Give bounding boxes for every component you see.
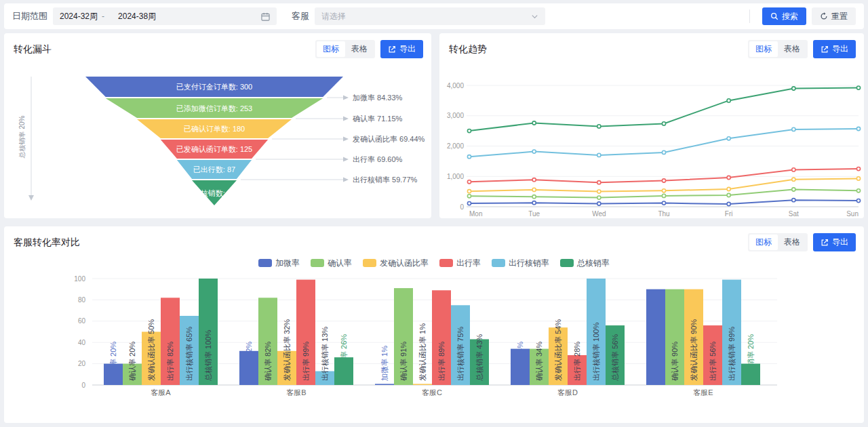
bar-value-label: 加微率 1% — [380, 346, 389, 381]
funnel-stage-label: 已发确认函订单数: 125 — [176, 145, 252, 153]
legend-swatch — [363, 259, 376, 267]
legend-swatch — [439, 259, 453, 267]
trend-data-point — [467, 202, 471, 205]
export-icon — [388, 45, 396, 54]
compare-view-toggle: 图标 表格 — [748, 233, 808, 251]
trend-view-toggle: 图标 表格 — [748, 40, 808, 58]
compare-toggle-chart[interactable]: 图标 — [749, 235, 778, 250]
bar-value-label: 确认率 34% — [535, 342, 543, 381]
funnel-panel: 转化漏斗 图标 表格 导出 已支付订金订单数: 300已添加微信订单数: 253… — [4, 33, 431, 218]
trend-data-point — [856, 127, 860, 130]
trend-toggle-table[interactable]: 表格 — [778, 41, 806, 57]
legend-item[interactable]: 确认率 — [311, 258, 352, 269]
trend-data-point — [597, 202, 601, 205]
trend-data-point — [727, 99, 730, 102]
bar-value-label: 出行率 82% — [166, 342, 174, 381]
trend-data-point — [856, 199, 860, 203]
bar-value-label: 总核销率 100% — [204, 330, 212, 382]
trend-data-point — [727, 137, 730, 140]
export-icon — [821, 239, 829, 247]
legend-item[interactable]: 加微率 — [258, 258, 300, 269]
trend-data-point — [467, 180, 471, 184]
bar-value-label: 总核销率 26% — [340, 334, 348, 382]
legend-item[interactable]: 出行率 — [439, 258, 481, 269]
funnel-stage-label: 已支付订金订单数: 300 — [176, 83, 252, 91]
bar-value-label: 出行核销率 65% — [185, 327, 193, 381]
trend-data-point — [662, 122, 665, 125]
funnel-panel-header: 转化漏斗 图标 表格 导出 — [4, 33, 431, 61]
reset-button-label: 重置 — [831, 11, 848, 22]
funnel-toggle-chart[interactable]: 图标 — [317, 41, 345, 57]
funnel-rate-label: 加微率 84.33% — [353, 94, 403, 102]
agent-select[interactable]: 请选择 — [315, 7, 545, 25]
chevron-down-icon — [531, 13, 538, 20]
date-end-value[interactable]: 2024-38周 — [118, 11, 257, 22]
bar-value-label: 加微率 32% — [245, 342, 253, 381]
trend-data-point — [856, 167, 860, 171]
funnel-connector-arrow — [343, 178, 349, 182]
bar — [375, 384, 394, 385]
bar-value-label: 加微率 20% — [109, 342, 117, 381]
funnel-export-button[interactable]: 导出 — [380, 40, 423, 58]
bar-value-label: 确认率 90% — [671, 342, 679, 381]
trend-xtick-label: Mon — [469, 210, 482, 218]
compare-panel-title: 客服转化率对比 — [14, 237, 80, 249]
bar-value-label: 发确认函比率 32% — [283, 319, 291, 381]
trend-panel: 转化趋势 图标 表格 导出 01,0002,0003,0004,000MonTu… — [439, 33, 864, 218]
legend-label: 总核销率 — [577, 258, 610, 269]
legend-item[interactable]: 总核销率 — [560, 258, 610, 269]
trend-chart[interactable]: 01,0002,0003,0004,000MonTueWedThuFriSatS… — [439, 61, 864, 224]
compare-bar-chart[interactable]: 020406080100客服A加微率 20%确认率 20%发确认函比率 50%出… — [4, 269, 864, 403]
trend-data-point — [467, 129, 471, 133]
trend-data-point — [727, 176, 730, 179]
funnel-chart[interactable]: 已支付订金订单数: 300已添加微信订单数: 253已确认订单数: 180已发确… — [4, 61, 431, 224]
funnel-export-label: 导出 — [399, 43, 416, 55]
trend-data-point — [597, 181, 601, 184]
trend-data-point — [662, 189, 665, 192]
trend-export-button[interactable]: 导出 — [813, 40, 856, 58]
search-button-label: 搜索 — [782, 11, 798, 22]
legend-swatch — [311, 259, 324, 267]
legend-item[interactable]: 出行核销率 — [492, 258, 549, 269]
trend-data-point — [792, 168, 795, 171]
bar-category-label: 客服A — [151, 388, 171, 396]
legend-item[interactable]: 发确认函比率 — [363, 258, 429, 269]
compare-legend: 加微率 确认率 发确认函比率 出行率 出行核销率 总核销率 — [4, 257, 864, 269]
trend-data-point — [532, 178, 536, 182]
reset-button[interactable]: 重置 — [812, 7, 856, 25]
legend-swatch — [492, 259, 505, 267]
funnel-rate-label: 发确认函比率 69.44% — [353, 135, 425, 143]
compare-toggle-table[interactable]: 表格 — [778, 235, 806, 250]
trend-data-point — [532, 121, 536, 125]
funnel-toggle-table[interactable]: 表格 — [345, 41, 374, 57]
agent-select-placeholder: 请选择 — [321, 11, 531, 22]
trend-export-label: 导出 — [832, 43, 848, 55]
bar-value-label: 出行核销率 75% — [456, 327, 465, 381]
compare-export-button[interactable]: 导出 — [813, 233, 856, 251]
legend-label: 确认率 — [328, 258, 352, 269]
trend-data-point — [662, 179, 665, 182]
trend-toggle-chart[interactable]: 图标 — [749, 41, 778, 57]
date-range-picker[interactable]: 2024-32周 - 2024-38周 — [53, 7, 277, 25]
compare-panel: 客服转化率对比 图标 表格 导出 加微率 确认率 发确认函比率 出行率 — [4, 226, 864, 423]
bar-ytick-label: 80 — [78, 296, 86, 304]
trend-xtick-label: Thu — [658, 210, 669, 218]
legend-label: 出行率 — [456, 258, 481, 269]
funnel-view-toggle: 图标 表格 — [315, 40, 375, 58]
trend-data-point — [532, 150, 536, 153]
date-start-value[interactable]: 2024-32周 — [60, 11, 98, 22]
trend-xtick-label: Wed — [592, 210, 606, 218]
search-icon — [770, 12, 778, 20]
bar-value-label: 出行核销率 100% — [592, 323, 600, 381]
funnel-axis-arrow — [28, 195, 34, 201]
bar-value-label: 确认率 82% — [264, 342, 272, 381]
bar-value-label: 发确认函比率 90% — [690, 319, 698, 381]
search-button[interactable]: 搜索 — [762, 7, 806, 25]
date-range-separator: - — [102, 12, 104, 21]
trend-data-point — [856, 86, 860, 89]
bar-value-label: 总核销率 20% — [747, 334, 755, 382]
trend-data-point — [532, 201, 536, 205]
trend-xtick-label: Sat — [789, 210, 799, 218]
bar-value-label: 出行率 99% — [302, 342, 310, 381]
bar-ytick-label: 60 — [78, 317, 86, 325]
